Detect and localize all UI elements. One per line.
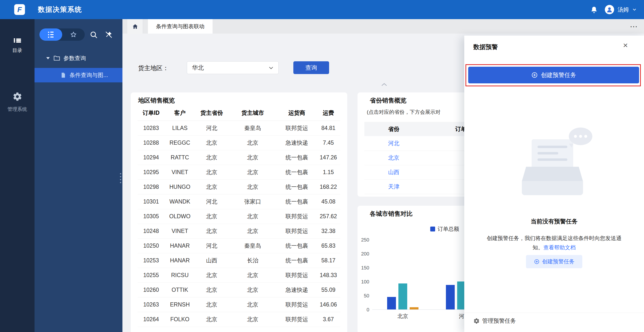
empty-state-description: 创建预警任务，我们将在数据满足这些条件时向您发送通 知。查看帮助文档 <box>476 234 632 252</box>
user-menu-chevron-down-icon[interactable] <box>632 7 637 12</box>
cell-order-id: 10294 <box>138 150 164 165</box>
main-sidebar: 目录 管理系统 <box>0 19 34 332</box>
tray-icon <box>522 167 583 182</box>
table-row: 10301 WANDK 河北 张家口 统一包裹 45.08 <box>138 194 340 209</box>
cell-order-id: 10305 <box>138 209 164 224</box>
cell-freight: 3.67 <box>316 312 340 326</box>
description-line-1: 创建预警任务，我们将在数据满足这些条件时向您发送通 <box>487 235 622 241</box>
cell-freight: 55.09 <box>316 282 340 297</box>
user-name[interactable]: 汤姆 <box>618 6 629 14</box>
star-icon <box>70 31 77 38</box>
table-row: 10283 LILAS 河北 秦皇岛 联邦货运 84.81 <box>138 121 340 135</box>
tray-front <box>522 181 583 195</box>
create-alert-task-button[interactable]: 创建预警任务 <box>468 67 639 83</box>
cell-order-id: 10248 <box>138 224 164 238</box>
cell-shipper: 急速快递 <box>277 135 316 150</box>
y-axis-label: 100 <box>358 279 369 285</box>
cell-freight: 32.38 <box>316 224 340 238</box>
cell-customer: HANAR <box>164 253 195 268</box>
sidebar-item-admin[interactable]: 管理系统 <box>0 92 34 113</box>
cell-order-id: 10298 <box>138 180 164 194</box>
column-header: 省份 <box>364 122 423 136</box>
notification-bell-icon[interactable] <box>590 5 598 14</box>
cell-shipper: 急速快递 <box>277 282 316 297</box>
panel-resize-handle[interactable] <box>119 172 122 184</box>
nav-favorites-button[interactable] <box>62 29 85 41</box>
button-label: 创建预警任务 <box>542 258 574 265</box>
user-avatar[interactable] <box>605 5 614 14</box>
cell-freight: 147.26 <box>316 150 340 165</box>
cell-province: 北京 <box>195 297 228 312</box>
cell-order-id: 10250 <box>138 238 164 253</box>
column-header: 货主省份 <box>195 105 228 121</box>
tree-item-selected[interactable]: 条件查询与图... <box>34 68 122 82</box>
cell-shipper: 统一包裹 <box>277 165 316 180</box>
cell-province: 河北 <box>195 238 228 253</box>
cell-city: 北京 <box>228 165 277 180</box>
tab-label: 条件查询与图表联动 <box>156 23 204 30</box>
table-row: 10288 REGGC 北京 北京 急速快递 7.45 <box>138 135 340 150</box>
tab-bar: 条件查询与图表联动 ⋯ <box>122 19 644 34</box>
cell-customer: OLDWO <box>164 209 195 224</box>
search-icon[interactable] <box>90 30 98 39</box>
tab-overflow-menu-icon[interactable]: ⋯ <box>630 19 638 34</box>
tab-home[interactable] <box>127 19 143 34</box>
cell-province: 北京 <box>195 165 228 180</box>
divider <box>464 313 644 313</box>
description-line-2: 知。 <box>532 244 543 251</box>
cell-city: 张家口 <box>228 194 277 209</box>
sidebar-item-directory[interactable]: 目录 <box>0 38 34 54</box>
tree-folder-params-query[interactable]: 参数查询 <box>34 52 122 64</box>
cell-city: 北京 <box>228 312 277 326</box>
cell-city: 北京 <box>228 282 277 297</box>
tab-active[interactable]: 条件查询与图表联动 <box>148 19 212 34</box>
cell-freight: 148.33 <box>316 268 340 282</box>
directory-icon <box>14 38 21 43</box>
cell-freight: 257.62 <box>316 209 340 224</box>
y-axis-label: 200 <box>358 251 369 257</box>
region-select[interactable]: 华北 <box>187 61 279 74</box>
nav-list-view-button[interactable] <box>40 29 62 41</box>
card-title: 省份销售概览 <box>370 96 406 104</box>
home-icon <box>132 23 138 30</box>
bar-chart-yaxis: 050100150200250 <box>358 240 369 310</box>
cell-customer: WANDK <box>164 194 195 209</box>
cell-shipper: 联邦货运 <box>277 121 316 135</box>
unpin-icon[interactable] <box>104 30 113 39</box>
cell-shipper: 联邦货运 <box>277 312 316 326</box>
create-alert-task-secondary-button[interactable]: 创建预警任务 <box>526 255 582 268</box>
bar <box>446 285 455 309</box>
scroll-up-indicator-icon[interactable] <box>381 83 388 87</box>
province-link[interactable]: 山西 <box>388 169 400 175</box>
province-link[interactable]: 河北 <box>388 140 400 146</box>
cell-customer: RATTC <box>164 150 195 165</box>
y-axis-label: 50 <box>358 293 369 299</box>
cell-shipper: 联邦货运 <box>277 209 316 224</box>
tree-expand-caret-icon[interactable] <box>46 57 50 59</box>
query-button[interactable]: 查询 <box>293 61 329 74</box>
tree-item-label: 条件查询与图... <box>70 71 108 79</box>
top-bar: F 数据决策系统 汤姆 <box>0 0 644 19</box>
chart-legend[interactable]: 订单总额 <box>430 225 459 233</box>
province-link[interactable]: 北京 <box>388 154 400 161</box>
cell-customer: HUNGO <box>164 180 195 194</box>
cell-order-id: 10253 <box>138 253 164 268</box>
close-icon[interactable]: × <box>623 41 628 49</box>
app-title: 数据决策系统 <box>38 0 82 19</box>
region-sales-card: 地区销售概览 订单ID 客户 货主省份 货主城市 运货商 运费 <box>131 92 347 332</box>
cell-customer: ERNSH <box>164 297 195 312</box>
card-title: 各城市销售对比 <box>370 210 412 218</box>
table-row: 10264 FOLKO 北京 北京 联邦货运 3.67 <box>138 312 340 326</box>
cell-freight: 168.22 <box>316 180 340 194</box>
manage-alert-tasks-button[interactable]: 管理预警任务 <box>473 317 516 325</box>
cell-freight: 65.83 <box>316 238 340 253</box>
cell-customer: FOLKO <box>164 312 195 326</box>
cell-order-id: 10283 <box>138 121 164 135</box>
cell-shipper: 统一包裹 <box>277 238 316 253</box>
region-select-value: 华北 <box>192 64 204 72</box>
column-header: 货主城市 <box>228 105 277 121</box>
chevron-down-icon <box>268 65 274 71</box>
province-link[interactable]: 天津 <box>388 184 400 190</box>
tree-folder-label: 参数查询 <box>64 54 86 62</box>
help-doc-link[interactable]: 查看帮助文档 <box>543 244 576 251</box>
